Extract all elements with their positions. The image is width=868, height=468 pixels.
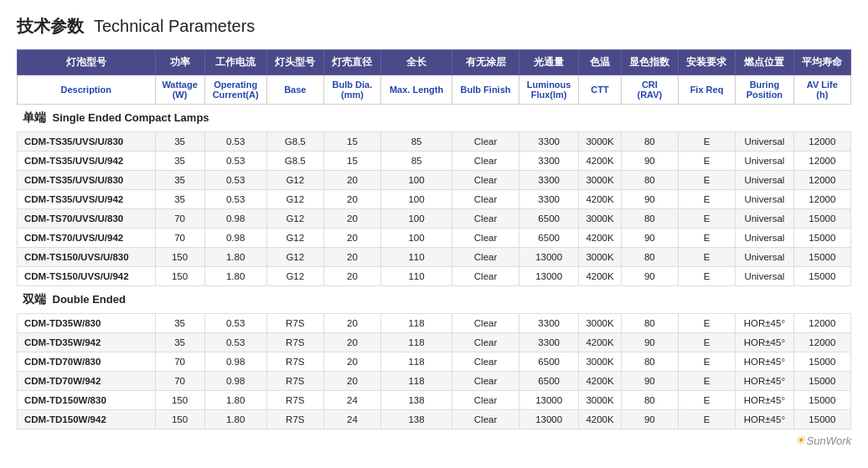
col-header-en: Wattage (W)	[155, 75, 204, 105]
sunwork-logo: ☀SunWork	[794, 433, 851, 448]
col-header-en: Operating Current(A)	[204, 75, 266, 105]
table-row: CDM-TS35/UVS/U/942350.53G1220100Clear330…	[18, 190, 851, 209]
col-header-en: AV Life (h)	[793, 75, 850, 105]
col-header-en: CRI (RAV)	[621, 75, 678, 105]
table-row: CDM-TD70W/942700.98R7S20118Clear65004200…	[18, 372, 851, 391]
col-header-en: Fix Req	[678, 75, 735, 105]
table-row: CDM-TS150/UVS/U/9421501.80G1220110Clear1…	[18, 267, 851, 286]
col-header-en: Base	[266, 75, 323, 105]
page-title: 技术参数 Technical Parameters	[17, 15, 851, 38]
title-cn: 技术参数	[17, 15, 84, 38]
col-header-cn: 功率	[155, 50, 204, 75]
footer: ☀SunWork	[17, 433, 851, 448]
title-en: Technical Parameters	[94, 17, 255, 36]
col-header-cn: 平均寿命	[793, 50, 850, 75]
col-header-cn: 灯头型号	[266, 50, 323, 75]
col-header-cn: 燃点位置	[736, 50, 794, 75]
section-header: 单端Single Ended Compact Lamps	[18, 105, 851, 132]
col-header-en: Description	[18, 75, 156, 105]
table-row: CDM-TD150W/9421501.80R7S24138Clear130004…	[18, 410, 851, 429]
table-row: CDM-TD150W/8301501.80R7S24138Clear130003…	[18, 391, 851, 410]
col-header-cn: 显色指数	[621, 50, 678, 75]
col-header-en: Bulb Dia. (mm)	[323, 75, 380, 105]
col-header-en: Bulb Finish	[452, 75, 519, 105]
table-row: CDM-TD70W/830700.98R7S20118Clear65003000…	[18, 352, 851, 372]
table-row: CDM-TS35/UVS/U/942350.53G8.51585Clear330…	[18, 152, 851, 171]
section-header: 双端Double Ended	[18, 286, 851, 314]
table-row: CDM-TD35W/942350.53R7S20118Clear33004200…	[18, 333, 851, 352]
col-header-en: Buring Position	[736, 75, 794, 105]
table-row: CDM-TS150/UVS/U/8301501.80G1220110Clear1…	[18, 248, 851, 267]
col-header-cn: 灯壳直径	[323, 50, 380, 75]
col-header-cn: 光通量	[519, 50, 579, 75]
col-header-en: CTT	[579, 75, 622, 105]
col-header-cn: 灯泡型号	[18, 50, 156, 75]
parameters-table: 灯泡型号功率工作电流灯头型号灯壳直径全长有无涂层光通量色温显色指数安装要求燃点位…	[17, 49, 851, 429]
table-row: CDM-TS70/UVS/U/942700.98G1220100Clear650…	[18, 229, 851, 248]
table-row: CDM-TD35W/830350.53R7S20118Clear33003000…	[18, 314, 851, 333]
col-header-en: Max. Length	[380, 75, 452, 105]
table-row: CDM-TS35/UVS/U/830350.53G1220100Clear330…	[18, 171, 851, 190]
col-header-cn: 色温	[579, 50, 622, 75]
table-row: CDM-TS35/UVS/U/830350.53G8.51585Clear330…	[18, 132, 851, 152]
col-header-cn: 工作电流	[204, 50, 266, 75]
col-header-cn: 安装要求	[678, 50, 735, 75]
col-header-cn: 有无涂层	[452, 50, 519, 75]
table-row: CDM-TS70/UVS/U/830700.98G1220100Clear650…	[18, 209, 851, 229]
col-header-cn: 全长	[380, 50, 452, 75]
col-header-en: Luminous Flux(lm)	[519, 75, 579, 105]
